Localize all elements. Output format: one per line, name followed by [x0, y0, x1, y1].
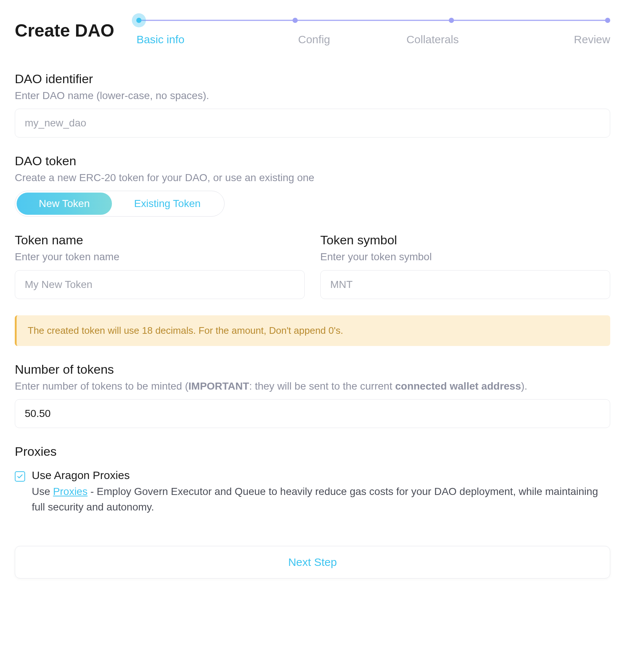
proxies-title: Proxies [15, 444, 610, 459]
token-symbol-input[interactable] [320, 270, 610, 299]
section-dao-identifier: DAO identifier Enter DAO name (lower-cas… [15, 72, 610, 138]
new-token-button[interactable]: New Token [17, 193, 112, 215]
dao-identifier-input[interactable] [15, 109, 610, 138]
stepper: Basic info Config Collaterals Review [136, 15, 610, 46]
check-icon [17, 473, 23, 480]
num-tokens-sub-suffix: ). [521, 380, 527, 392]
dao-token-title: DAO token [15, 154, 610, 168]
num-tokens-sub-wallet: connected wallet address [395, 380, 521, 392]
stepper-dot-collaterals[interactable] [449, 18, 454, 23]
decimals-info-banner: The created token will use 18 decimals. … [15, 315, 610, 346]
stepper-line [141, 20, 606, 21]
use-proxies-checkbox[interactable] [15, 471, 25, 482]
use-proxies-label: Use Aragon Proxies [32, 469, 610, 482]
stepper-dot-basic-info[interactable] [136, 18, 141, 23]
section-dao-token: DAO token Create a new ERC-20 token for … [15, 154, 610, 217]
next-step-button[interactable]: Next Step [15, 546, 610, 578]
proxies-desc-suffix: - Employ Govern Executor and Queue to he… [32, 486, 598, 513]
token-name-input[interactable] [15, 270, 305, 299]
proxies-desc-prefix: Use [32, 486, 53, 497]
number-of-tokens-input[interactable] [15, 399, 610, 428]
token-symbol-subtitle: Enter your token symbol [320, 250, 610, 264]
proxies-link[interactable]: Proxies [53, 486, 88, 497]
token-symbol-title: Token symbol [320, 233, 610, 247]
page-title: Create DAO [15, 20, 114, 41]
stepper-dot-config[interactable] [293, 18, 298, 23]
number-of-tokens-subtitle: Enter number of tokens to be minted (IMP… [15, 379, 610, 393]
stepper-dot-review[interactable] [605, 18, 610, 23]
section-number-of-tokens: Number of tokens Enter number of tokens … [15, 362, 610, 428]
existing-token-button[interactable]: Existing Token [112, 193, 223, 215]
stepper-label-review[interactable]: Review [492, 33, 610, 46]
section-proxies: Proxies Use Aragon Proxies Use Proxies -… [15, 444, 610, 515]
stepper-label-basic-info[interactable]: Basic info [136, 33, 255, 46]
section-token-symbol: Token symbol Enter your token symbol [320, 233, 610, 299]
dao-identifier-subtitle: Enter DAO name (lower-case, no spaces). [15, 88, 610, 103]
section-token-name: Token name Enter your token name [15, 233, 305, 299]
use-proxies-description: Use Proxies - Employ Govern Executor and… [32, 484, 610, 515]
num-tokens-sub-mid: : they will be sent to the current [249, 380, 395, 392]
stepper-label-config[interactable]: Config [255, 33, 373, 46]
token-name-subtitle: Enter your token name [15, 250, 305, 264]
token-name-title: Token name [15, 233, 305, 247]
dao-identifier-title: DAO identifier [15, 72, 610, 86]
number-of-tokens-title: Number of tokens [15, 362, 610, 377]
num-tokens-sub-important: IMPORTANT [188, 380, 249, 392]
dao-token-subtitle: Create a new ERC-20 token for your DAO, … [15, 170, 610, 185]
stepper-label-collaterals[interactable]: Collaterals [373, 33, 492, 46]
num-tokens-sub-prefix: Enter number of tokens to be minted ( [15, 380, 188, 392]
token-toggle-group: New Token Existing Token [15, 191, 225, 217]
